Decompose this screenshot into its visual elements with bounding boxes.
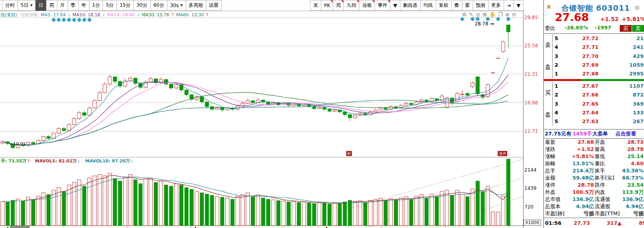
event-badge-财[interactable]: 财 <box>346 151 352 156</box>
order-book-row: 227.66872 <box>553 91 644 99</box>
toolbar-button-发[interactable]: 发 <box>310 0 321 11</box>
chevron-down-icon: ▼ <box>180 4 182 7</box>
toolbar-button-窗[interactable]: 窗 <box>462 0 473 11</box>
event-diamond-icon <box>506 17 510 21</box>
toolbar-button-年[interactable]: 年 <box>78 0 89 11</box>
toolbar-button-周[interactable]: 周 <box>46 0 57 11</box>
toolbar-button-日[interactable]: 日 <box>35 0 47 11</box>
buy-sell-ratio-bar <box>544 79 644 81</box>
event-diamond-icon <box>470 17 475 21</box>
zoom-out-icon[interactable]: ⊖ <box>512 12 519 17</box>
event-diamond-icon <box>486 17 490 21</box>
toolbar-button-叠[interactable]: 叠 <box>451 0 462 11</box>
weibi-row: 委比 -26.65% -1997 买 卖 <box>544 25 644 33</box>
notice-label: 大卖单 <box>592 129 608 138</box>
toolbar-button-▼[interactable]: ▼ <box>390 0 400 11</box>
chart-scrollbar-thumb[interactable] <box>10 226 30 228</box>
buy-pan-label: 买盘 <box>544 82 553 126</box>
axis-divider <box>523 11 524 228</box>
toolbar-button-删自选[interactable]: 删自选 <box>400 0 421 11</box>
toolbar-button-事件[interactable]: 事件 <box>374 0 390 11</box>
volume-bars <box>1 159 510 226</box>
toolbar-button-月[interactable]: 月 <box>57 0 68 11</box>
kline-type-label: 线(复权) <box>1 12 17 17</box>
toolbar-button-设置[interactable]: 设置 <box>206 0 222 11</box>
toolbar-button-简[interactable]: 简 <box>333 0 344 11</box>
notice-link[interactable]: 点击查看 <box>615 129 636 138</box>
toolbar-button-分时[interactable]: 分时 <box>2 0 18 11</box>
scroll-tick <box>318 226 318 228</box>
toolbar-button-预测[interactable]: 预测 <box>473 0 489 11</box>
order-book-row: 327.65369 <box>553 100 644 108</box>
window-icon[interactable]: ❐ <box>498 12 505 17</box>
order-book-row: 327.70429 <box>553 52 644 61</box>
stats-row: 涨跌+1.52最高28.78 <box>544 146 644 153</box>
toolbar-button-连板[interactable]: 连板 <box>359 0 375 11</box>
event-diamond-icon <box>72 17 76 22</box>
period-toolbar: 分时5日▼日周月季年1分5分15分30分60分30s▼多周期设置 发PK简九转连… <box>0 0 524 11</box>
hand-icon[interactable]: ✋ <box>489 12 498 17</box>
weibi-label: 委比 <box>545 25 555 32</box>
toolbar-button-5分[interactable]: 5分 <box>103 0 117 11</box>
stats-row: 总股本4.94亿流通股4.94亿 <box>544 203 644 210</box>
pen-icon[interactable]: ✎ <box>469 12 476 17</box>
toolbar-button-30s[interactable]: 30s▼ <box>167 0 186 11</box>
toolbar-button-▼[interactable]: ▼ <box>514 0 524 11</box>
toolbar-button-60分[interactable]: 60分 <box>150 0 167 11</box>
volume-value: 手: 71.55万 <box>1 158 27 164</box>
tick-footer: 01:56 27.73 317▲ 89 <box>544 218 644 228</box>
buy-button[interactable]: 买 <box>620 25 632 32</box>
order-book: 卖盘买盘527.7221427.71241327.70429227.691059… <box>544 34 644 129</box>
event-diamond-icon <box>82 17 86 22</box>
tick-extra: 89 <box>639 218 644 228</box>
toolbar-button-5日[interactable]: 5日▼ <box>17 0 36 11</box>
toolbar-button-复权[interactable]: 复权 <box>436 0 452 11</box>
up-arrow-icon: ↑ <box>206 12 209 17</box>
ma5-line <box>3 58 508 145</box>
toolbar-button-15分[interactable]: 15分 <box>116 0 134 11</box>
scroll-tick <box>127 226 128 228</box>
notice-qty: 1459手 <box>572 129 592 138</box>
toolbar-button-1分[interactable]: 1分 <box>89 0 103 11</box>
toolbar-button-PK[interactable]: PK <box>321 0 333 11</box>
ratio-green <box>581 79 644 81</box>
toolbar-button-多周期[interactable]: 多周期 <box>186 0 206 11</box>
last-price: 27.68 <box>555 11 589 23</box>
price-change-pct: +5.81% <box>622 16 644 22</box>
sell-pan-label: 卖盘 <box>544 34 553 78</box>
event-badge-涨停[interactable]: 涨停 <box>498 151 507 156</box>
chart-stock-name: 合锻智能 <box>20 12 38 17</box>
stats-row: 振幅13.91%量比4.60 <box>544 160 644 167</box>
low-price-annotation: ←10.01 <box>10 141 26 147</box>
volume-axis-label: 1439 <box>524 185 537 191</box>
toolbar-button-季[interactable]: 季 <box>68 0 79 11</box>
tick-time: 01:56 <box>545 218 561 228</box>
toolbar-button-⇥[interactable]: ⇥ <box>504 0 514 11</box>
event-diamond-icon <box>67 17 71 22</box>
eye-icon[interactable]: ◎ <box>476 12 483 17</box>
ma-value: MA60: 13.30 <box>176 12 204 17</box>
price-axis-label: 16.98 <box>524 100 538 106</box>
measure-icon[interactable]: ⊞ <box>483 12 489 17</box>
toolbar-button-九转[interactable]: 九转 <box>343 0 359 11</box>
down-arrow-icon: ↓ <box>77 158 80 164</box>
event-diamond-icon <box>56 17 61 22</box>
sell-button[interactable]: 卖 <box>632 25 644 32</box>
weibi-value: -26.65% <box>564 25 588 31</box>
stats-row: 金额59.48亿换手[实]66.73% <box>544 174 644 182</box>
toolbar-button-均线[interactable]: 均线 <box>420 0 436 11</box>
panel-gear-icon[interactable]: ⚙ <box>634 4 640 12</box>
zoom-in-icon[interactable]: ⊕ <box>505 12 512 17</box>
order-book-row: 527.63267 <box>553 117 644 126</box>
chevron-down-icon: ▼ <box>30 4 33 7</box>
gear-icon[interactable]: ⚙ <box>462 12 469 17</box>
toolbar-button-30分[interactable]: 30分 <box>133 0 150 11</box>
stats-row: 最新27.68开盘28.73 <box>544 139 644 146</box>
toolbar-button-更多[interactable]: 更多 <box>488 0 504 11</box>
kline-volume-chart <box>0 11 523 228</box>
down-arrow-icon: ↓ <box>67 12 71 17</box>
quote-panel: R 合锻智能 603011 ⚙ 27.68 +1.52 +5.81% 委比 -2… <box>543 0 644 228</box>
volume-unit-label: X1000 <box>524 220 541 226</box>
price-axis-label: 29.85 <box>524 15 538 20</box>
chart-tool-icons: ⚙✎◎⊞✋❐⊕⊖ <box>462 12 521 17</box>
